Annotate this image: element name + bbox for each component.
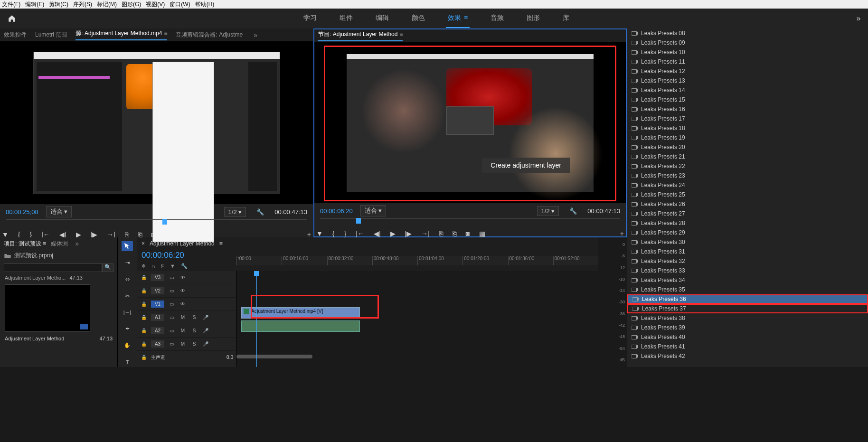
prg-go-in-button[interactable]: |←	[356, 230, 364, 237]
ws-libraries[interactable]: 库	[561, 9, 571, 28]
track-toggle-output-icon[interactable]: 👁	[179, 275, 187, 280]
preset-item[interactable]: Leaks Presets 13	[627, 76, 868, 85]
menu-graphics[interactable]: 图形(G)	[122, 0, 141, 9]
track-lock-icon[interactable]: 🔒	[140, 301, 148, 307]
prg-export-frame-button[interactable]: ◙	[466, 230, 470, 237]
menu-file[interactable]: 文件(F)	[2, 0, 20, 9]
track-mute-icon[interactable]: M	[179, 341, 187, 347]
tab-audio-mixer[interactable]: 音频剪辑混合器: Adjustme	[176, 31, 243, 39]
track-voice-icon[interactable]: 🎤	[201, 328, 210, 333]
tool-razor[interactable]: ✂	[122, 291, 133, 301]
timeline-close-icon[interactable]: ×	[142, 240, 145, 247]
preset-item[interactable]: Leaks Presets 26	[627, 199, 868, 209]
project-search-input[interactable]	[4, 263, 102, 272]
preset-item[interactable]: Leaks Presets 42	[627, 351, 868, 361]
prg-compare-button[interactable]: ▦	[479, 230, 485, 237]
prg-lift-button[interactable]: ⎘	[439, 230, 443, 237]
tab-lumetri[interactable]: Lumetri 范围	[35, 31, 67, 39]
project-item-thumb[interactable]	[5, 284, 90, 332]
preset-item[interactable]: Leaks Presets 40	[627, 332, 868, 342]
preset-item[interactable]: Leaks Presets 19	[627, 133, 868, 142]
prg-play-button[interactable]: ▶	[390, 230, 396, 237]
panel-menu-icon[interactable]: ≡	[399, 31, 403, 38]
preset-item[interactable]: Leaks Presets 12	[627, 66, 868, 76]
preset-item[interactable]: Leaks Presets 32	[627, 256, 868, 266]
tl-link-icon[interactable]: ⎘	[161, 263, 164, 269]
preset-item[interactable]: Leaks Presets 39	[627, 323, 868, 332]
program-scrubber[interactable]	[320, 218, 620, 228]
ws-effects[interactable]: 效果≡	[446, 9, 470, 28]
program-playhead-icon[interactable]	[356, 218, 361, 224]
timeline-timecode[interactable]: 00:00:06:20	[137, 250, 236, 261]
tab-project[interactable]: 项目: 测试预设 ≡	[4, 240, 46, 248]
program-monitor-view[interactable]: Create adjustment layer	[314, 43, 626, 203]
track-lock-icon[interactable]: 🔒	[140, 315, 148, 320]
ws-learn[interactable]: 学习	[302, 9, 319, 28]
track-toggle-output-icon[interactable]: 👁	[179, 288, 187, 293]
preset-item[interactable]: Leaks Presets 14	[627, 85, 868, 95]
tool-ripple[interactable]: ⇔	[122, 274, 133, 284]
project-search-button[interactable]: 🔍	[102, 263, 113, 272]
ws-menu-icon[interactable]: ≡	[464, 14, 468, 21]
menu-window[interactable]: 窗口(W)	[170, 0, 190, 9]
track-label[interactable]: V1	[151, 301, 164, 308]
track-header-a1[interactable]: 🔒A1▭MS🎤	[137, 311, 236, 324]
track-voice-icon[interactable]: 🎤	[201, 341, 210, 347]
track-sync-icon[interactable]: ▭	[167, 275, 176, 280]
ws-graphics[interactable]: 图形	[525, 9, 542, 28]
preset-item[interactable]: Leaks Presets 41	[627, 342, 868, 351]
source-res-dropdown[interactable]: 1/2 ▾	[224, 207, 246, 217]
tracks-area[interactable]: Adjustment Layer Method.mp4 [V]	[236, 271, 598, 367]
tool-pen[interactable]: ✒	[122, 324, 133, 334]
track-sync-icon[interactable]: ▭	[167, 328, 176, 333]
prg-step-fwd-button[interactable]: |▶	[405, 230, 412, 237]
preset-item[interactable]: Leaks Presets 10	[627, 47, 868, 57]
track-header-a3[interactable]: 🔒A3▭MS🎤	[137, 338, 236, 351]
tab-media-browser[interactable]: 媒体浏	[51, 240, 68, 248]
menu-view[interactable]: 视图(V)	[146, 0, 165, 9]
preset-item[interactable]: Leaks Presets 23	[627, 171, 868, 180]
menu-sequence[interactable]: 序列(S)	[73, 0, 92, 9]
tool-slip[interactable]: |↔|	[122, 308, 133, 318]
track-solo-icon[interactable]: S	[190, 341, 198, 347]
preset-item[interactable]: Leaks Presets 28	[627, 218, 868, 228]
tl-snap-icon[interactable]: ❄	[142, 263, 146, 269]
tool-track-select[interactable]: ⇥	[122, 258, 133, 268]
preset-item[interactable]: Leaks Presets 31	[627, 247, 868, 256]
track-label[interactable]: A1	[151, 314, 164, 321]
ws-edit[interactable]: 编辑	[374, 9, 391, 28]
preset-item[interactable]: Leaks Presets 25	[627, 190, 868, 199]
source-monitor-view[interactable]	[0, 42, 313, 204]
tab-source[interactable]: 源: Adjustment Layer Method.mp4≡	[75, 29, 167, 40]
track-label[interactable]: V2	[151, 287, 164, 294]
program-fit-dropdown[interactable]: 适合 ▾	[360, 205, 387, 216]
track-label[interactable]: A2	[151, 327, 164, 334]
track-header-v3[interactable]: 🔒V3▭👁	[137, 271, 236, 284]
source-playhead-icon[interactable]	[162, 219, 167, 225]
menu-marker[interactable]: 标记(M)	[97, 0, 117, 9]
timeline-ruler[interactable]: :00:0000:00:16:0000:00:32:0000:00:48:000…	[236, 256, 598, 265]
preset-item[interactable]: Leaks Presets 21	[627, 152, 868, 161]
track-solo-icon[interactable]: S	[190, 315, 198, 320]
track-master[interactable]: 🔒主声道0.0	[137, 351, 236, 364]
track-lock-icon[interactable]: 🔒	[140, 275, 148, 280]
track-toggle-output-icon[interactable]: 👁	[179, 301, 187, 307]
panel-menu-icon[interactable]: ≡	[164, 30, 167, 37]
program-tc-left[interactable]: 00:00:06:20	[320, 207, 353, 215]
program-settings-icon[interactable]: 🔧	[569, 207, 577, 215]
preset-item[interactable]: Leaks Presets 33	[627, 266, 868, 275]
project-path[interactable]: 测试预设.prproj	[0, 250, 117, 262]
tab-program[interactable]: 节目: Adjustment Layer Method≡	[318, 30, 403, 41]
prg-step-back-button[interactable]: ◀|	[374, 230, 381, 237]
ws-color[interactable]: 颜色	[410, 9, 427, 28]
preset-item[interactable]: Leaks Presets 22	[627, 161, 868, 171]
prg-marker-button[interactable]: ▼	[316, 230, 323, 237]
prg-add-button[interactable]: +	[620, 230, 624, 237]
menu-clip[interactable]: 剪辑(C)	[49, 0, 68, 9]
prg-extract-button[interactable]: ⎗	[453, 230, 456, 237]
preset-item[interactable]: Leaks Presets 09	[627, 38, 868, 47]
track-voice-icon[interactable]: 🎤	[201, 315, 210, 320]
preset-item[interactable]: Leaks Presets 35	[627, 285, 868, 294]
tl-marker-icon[interactable]: ▼	[170, 263, 175, 269]
track-mute-icon[interactable]: M	[179, 315, 187, 320]
